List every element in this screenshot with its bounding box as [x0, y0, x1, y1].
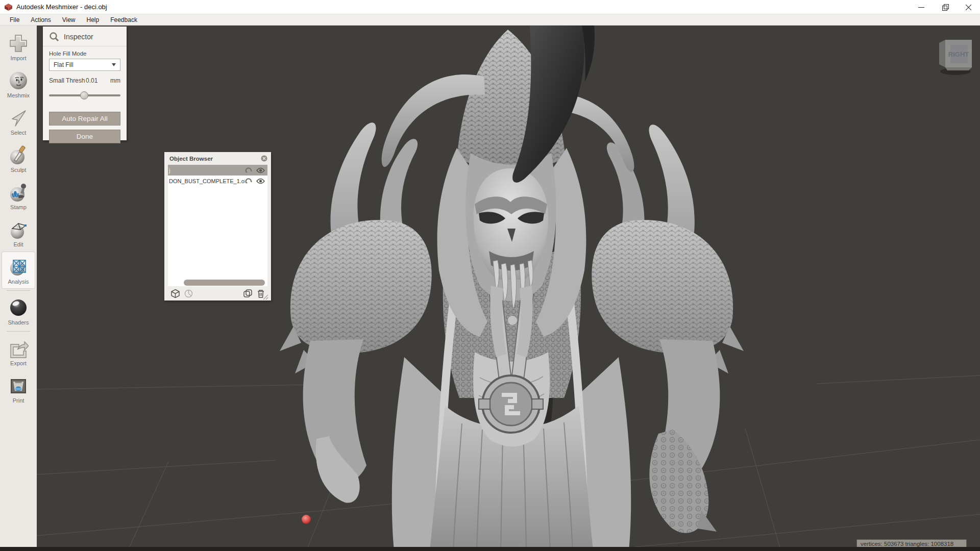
- object-name: j: [168, 167, 245, 173]
- menu-feedback[interactable]: Feedback: [105, 14, 143, 26]
- restore-button[interactable]: [933, 0, 957, 14]
- sidebar-item-edit[interactable]: Edit: [2, 214, 35, 252]
- horizontal-scrollbar[interactable]: [184, 280, 265, 286]
- analysis-mesh-icon: [8, 256, 29, 278]
- print-3d-icon: [8, 374, 29, 397]
- inspector-panel: Inspector Hole Fill Mode Flat Fill Small…: [43, 27, 127, 140]
- sidebar-separator: [7, 331, 30, 332]
- small-thresh-slider[interactable]: [49, 91, 120, 99]
- slider-handle[interactable]: [80, 91, 88, 99]
- object-name: DON_BUST_COMPLETE_1.obj: [168, 178, 245, 184]
- sidebar-item-label: Export: [10, 360, 27, 366]
- object-browser-title: Object Browser: [169, 156, 261, 162]
- object-list: j DON_BUST_COMPLETE_1.obj: [168, 165, 267, 286]
- sidebar-item-import[interactable]: Import: [2, 28, 35, 65]
- sidebar-item-meshmix[interactable]: Meshmix: [2, 65, 35, 103]
- sculpt-brush-icon: [8, 144, 29, 166]
- small-thresh-label: Small Thresh: [49, 77, 86, 84]
- menu-bar: File Actions View Help Feedback: [0, 14, 980, 26]
- edit-magnet-icon[interactable]: [245, 178, 253, 185]
- sidebar-item-print[interactable]: Print: [2, 370, 35, 408]
- chevron-down-icon: [112, 63, 116, 66]
- menu-file[interactable]: File: [4, 14, 25, 26]
- sidebar-separator: [7, 290, 30, 291]
- view-cube[interactable]: RIGHT: [939, 40, 972, 75]
- meshmix-sphere-icon: [8, 69, 29, 92]
- edit-magnet-icon[interactable]: [245, 167, 253, 174]
- edit-wireframe-icon: [8, 218, 29, 241]
- close-icon: [965, 4, 972, 11]
- sidebar-item-sculpt[interactable]: Sculpt: [2, 140, 35, 177]
- status-bar: vertices: 503673 triangles: 1008318: [856, 539, 967, 547]
- object-row[interactable]: DON_BUST_COMPLETE_1.obj: [168, 176, 267, 186]
- minimize-icon: [918, 7, 924, 8]
- stamp-icon: [8, 181, 29, 204]
- menu-view[interactable]: View: [57, 14, 81, 26]
- sidebar-item-label: Sculpt: [11, 167, 27, 173]
- sidebar-item-label: Select: [11, 130, 27, 136]
- resize-grip[interactable]: [262, 294, 268, 300]
- hole-fill-mode-label: Hole Fill Mode: [49, 51, 120, 57]
- menu-actions[interactable]: Actions: [25, 14, 56, 26]
- visibility-eye-icon[interactable]: [256, 178, 265, 184]
- small-thresh-value[interactable]: 0.01: [86, 77, 108, 84]
- magnifier-icon: [49, 32, 59, 42]
- object-browser-panel: Object Browser j DON_BUST_COMPLETE_1.obj: [164, 152, 271, 300]
- sidebar-item-stamp[interactable]: Stamp: [2, 177, 35, 214]
- window-bottom-edge: [0, 547, 980, 551]
- auto-repair-all-button[interactable]: Auto Repair All: [49, 112, 120, 126]
- hole-fill-mode-value: Flat Fill: [54, 61, 74, 68]
- restore-icon: [942, 5, 948, 10]
- panel-close-icon[interactable]: [261, 155, 267, 162]
- duplicate-icon[interactable]: [243, 289, 253, 298]
- close-button[interactable]: [957, 0, 980, 14]
- small-thresh-unit: mm: [108, 77, 120, 84]
- sidebar-item-analysis[interactable]: Analysis: [2, 252, 35, 289]
- meshmixer-logo-icon: [4, 3, 13, 11]
- export-arrow-icon: [8, 337, 29, 360]
- import-plus-icon: [8, 32, 29, 55]
- done-button[interactable]: Done: [49, 130, 120, 143]
- window-title: Autodesk Meshmixer - deci.obj: [16, 3, 107, 11]
- sidebar-item-label: Edit: [14, 241, 23, 247]
- minimize-button[interactable]: [910, 0, 933, 14]
- hole-fill-mode-select[interactable]: Flat Fill: [49, 59, 120, 71]
- menu-help[interactable]: Help: [81, 14, 105, 26]
- sidebar-item-label: Analysis: [8, 279, 29, 285]
- sidebar-item-select[interactable]: Select: [2, 103, 35, 140]
- sidebar-item-label: Stamp: [10, 204, 27, 210]
- select-arrow-icon: [8, 107, 29, 129]
- sidebar-item-shaders[interactable]: Shaders: [2, 292, 35, 330]
- sidebar-item-label: Shaders: [8, 319, 29, 325]
- divider: [43, 46, 127, 46]
- object-row[interactable]: j: [168, 165, 267, 176]
- pie-icon[interactable]: [184, 289, 193, 298]
- demon-bust-model: [280, 26, 744, 547]
- sidebar-item-label: Print: [13, 397, 24, 404]
- cube-icon[interactable]: [170, 289, 180, 298]
- title-bar: Autodesk Meshmixer - deci.obj: [0, 0, 980, 14]
- view-cube-face-label: RIGHT: [948, 51, 969, 58]
- inspector-title: Inspector: [64, 33, 93, 41]
- defect-marker-dot[interactable]: [302, 515, 311, 524]
- toolbar-sidebar: Import Meshmix Select Sculpt Stamp Edit: [0, 26, 37, 547]
- sidebar-item-export[interactable]: Export: [2, 333, 35, 370]
- visibility-eye-icon[interactable]: [256, 167, 265, 173]
- sidebar-item-label: Meshmix: [7, 92, 30, 98]
- sidebar-item-label: Import: [10, 55, 26, 61]
- shaders-sphere-icon: [8, 296, 29, 319]
